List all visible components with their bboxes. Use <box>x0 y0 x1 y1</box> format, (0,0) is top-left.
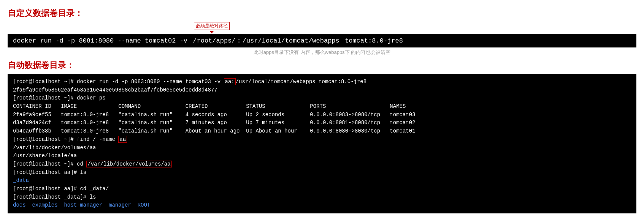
cd-path-highlight: /var/lib/docker/volumes/aa <box>86 161 171 167</box>
host-path-highlight: /root/apps/ <box>191 36 237 46</box>
custom-volume-title: 自定义数据卷目录： <box>8 8 636 19</box>
arrow-down-icon <box>210 31 214 33</box>
aa-highlight: aa: <box>224 78 236 85</box>
cmd-sep: : <box>237 37 241 44</box>
annotation-label: 必须是绝对路径 <box>194 22 230 30</box>
terminal-line-1: [root@localhost ~]# docker run -d -p 808… <box>13 78 416 208</box>
find-aa-highlight: aa <box>118 136 127 143</box>
data-dir: _data <box>13 177 29 183</box>
auto-volume-section: 自动数据卷目录： [root@localhost ~]# docker run … <box>8 60 636 213</box>
terminal-block: [root@localhost ~]# docker run -d -p 808… <box>8 74 636 213</box>
sub-annotation: 此时apps目录下没有 内容，那么webapps下 的内容也会被清空 <box>8 49 636 56</box>
page-container: 自定义数据卷目录： 必须是绝对路径 docker run -d -p 8081:… <box>8 8 636 213</box>
cmd-prefix: docker run -d -p 8081:8080 --name tomcat… <box>13 37 191 44</box>
custom-volume-command: docker run -d -p 8081:8080 --name tomcat… <box>8 34 636 47</box>
command-line-outer: 必须是绝对路径 docker run -d -p 8081:8080 --nam… <box>8 22 636 47</box>
custom-volume-section: 自定义数据卷目录： 必须是绝对路径 docker run -d -p 8081:… <box>8 8 636 56</box>
table-header: CONTAINER ID IMAGE COMMAND CREATED STATU… <box>13 103 406 109</box>
cmd-suffix: tomcat:8.0-jre8 <box>341 37 403 44</box>
annotation-wrapper: 必须是绝对路径 <box>194 22 230 33</box>
auto-volume-title: 自动数据卷目录： <box>8 60 636 71</box>
ls-output: docs examples host-manager manager ROOT <box>13 202 150 208</box>
container-path-highlight: /usr/local/tomcat/webapps <box>241 36 341 46</box>
